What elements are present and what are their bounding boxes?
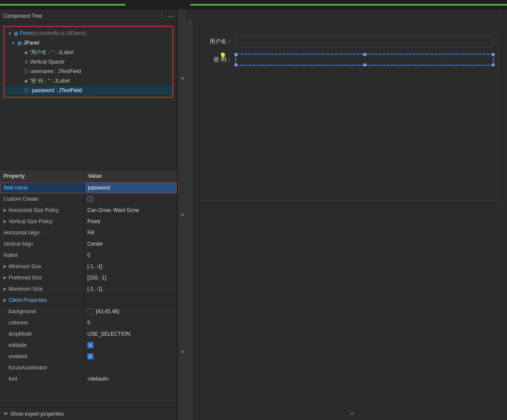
prop-name-editable: editable — [0, 340, 85, 350]
component-tree-title: Component Tree — [3, 13, 42, 19]
prop-name-field-name: field name — [0, 183, 85, 193]
username-label: username : JTextField — [30, 68, 81, 74]
scroll-left-arrow[interactable]: ↔ — [190, 12, 195, 17]
jpanel-label: JPanel — [23, 40, 39, 46]
prop-row-indent[interactable]: Indent 0 — [0, 250, 177, 261]
spacer-icon: ⇕ — [24, 59, 28, 65]
prop-row-preferred-size[interactable]: ▶ Preferred Size [150, -1] — [0, 272, 177, 283]
prop-name-maximum-size: ▶ Maximum Size — [0, 283, 85, 294]
form-class: (cn.butterfly.ui.UIDemo) — [32, 30, 86, 36]
prop-value-maximum-size: [-1, -1] — [85, 283, 177, 294]
prop-row-horizontal-size[interactable]: ▶ Horizontal Size Policy Can Grow, Want … — [0, 205, 177, 216]
tree-item-spacer[interactable]: ▶ ⇕ Vertical Spacer — [4, 57, 172, 67]
handle-bm — [364, 64, 366, 66]
lightbulb-icon: 💡 — [219, 52, 226, 59]
enabled-checkbox[interactable]: ✓ — [87, 353, 93, 359]
progress-bar-right — [190, 4, 507, 6]
form-preview: 用户名： 密 码： 💡 — [201, 28, 498, 201]
property-col-header: Property — [0, 173, 85, 179]
prop-row-vertical-size[interactable]: ▶ Vertical Size Policy Fixed — [0, 216, 177, 227]
spacer-label: Vertical Spacer — [30, 59, 65, 65]
background-color-swatch[interactable] — [87, 308, 93, 314]
tree-menu-icon[interactable]: ⋮ — [159, 13, 165, 19]
prop-row-focus-accelerator[interactable]: focusAccelerator — [0, 362, 177, 373]
prop-name-dropmode: dropMode — [0, 328, 85, 339]
prop-value-vertical-size: Fixed — [85, 216, 177, 227]
vertical-scroll-band: ↑ ↓ — [186, 19, 193, 420]
scroll-down-arrow[interactable]: ◀ — [180, 349, 184, 354]
prop-row-vertical-align[interactable]: Vertical Align Center — [0, 238, 177, 250]
tree-item-label1[interactable]: ▶ ◈ "用户名：" : JLabel — [4, 48, 172, 57]
prop-row-horizontal-align[interactable]: Horizontal Align Fill — [0, 227, 177, 238]
form-icon: ▦ — [14, 31, 18, 36]
prop-row-minimum-size[interactable]: ▶ Minimum Size [-1, -1] — [0, 261, 177, 272]
prop-value-focus-accelerator — [85, 362, 177, 373]
handle-tm — [364, 53, 366, 56]
prop-value-background: [43,45,48] — [85, 306, 177, 317]
password-form-label-area: 密 码： 💡 — [206, 56, 232, 64]
label2-label: "密 码：" : JLabel — [29, 77, 70, 85]
prop-name-font: font — [0, 373, 85, 384]
prop-name-vertical-size: ▶ Vertical Size Policy — [0, 216, 85, 227]
prop-name-background: background — [0, 306, 85, 317]
prop-row-editable[interactable]: editable ✓ — [0, 340, 177, 351]
show-expert-row[interactable]: Show expert properties — [0, 407, 177, 420]
tree-item-username[interactable]: ▶ ☐ username : JTextField — [4, 67, 172, 76]
prop-value-horizontal-align: Fill — [85, 227, 177, 238]
left-panel: Component Tree ⋮ — ▼ ▦ Form (cn.butterfl… — [0, 10, 177, 420]
tree-item-password[interactable]: ▶ ☐ password : JTextField — [4, 86, 172, 95]
prop-value-client-props — [85, 295, 177, 305]
tree-item-jpanel[interactable]: ▼ ▦ JPanel — [4, 38, 172, 48]
properties-header: Property Value — [0, 170, 177, 182]
prop-name-custom-create: Custom Create — [0, 193, 85, 204]
prop-row-maximum-size[interactable]: ▶ Maximum Size [-1, -1] — [0, 283, 177, 295]
expand-icon-form: ▼ — [8, 31, 12, 36]
prop-value-dropmode: USE_SELECTION — [85, 328, 177, 339]
prop-value-preferred-size: [150, -1] — [85, 272, 177, 283]
canvas-wrapper: ↑ ↓ 用户名： 密 码： � — [186, 19, 507, 420]
tree-item-label2[interactable]: ▶ ◈ "密 码：" : JLabel — [4, 76, 172, 86]
handle-br — [492, 64, 494, 66]
scroll-up-arrow[interactable]: ◀ — [180, 75, 184, 81]
prop-row-client-props[interactable]: ▶ Client Properties — [0, 295, 177, 306]
properties-area: Property Value field name password Custo… — [0, 170, 177, 407]
scroll-right-arrow[interactable]: ↔ — [498, 12, 503, 17]
progress-bar-left — [0, 4, 125, 6]
prop-name-focus-accelerator: focusAccelerator — [0, 362, 85, 373]
prop-name-vertical-align: Vertical Align — [0, 238, 85, 249]
scroll-mid-arrow[interactable]: ◀ — [180, 212, 184, 218]
form-label: Form — [20, 30, 32, 36]
tree-header: Component Tree ⋮ — — [0, 10, 177, 22]
password-form-input[interactable] — [236, 54, 494, 65]
prop-name-horizontal-size: ▶ Horizontal Size Policy — [0, 205, 85, 215]
prop-row-field-name[interactable]: field name password — [0, 182, 177, 193]
prop-row-font[interactable]: font <default> — [0, 373, 177, 385]
prop-row-enabled[interactable]: enabled ✓ — [0, 351, 177, 362]
value-col-header: Value — [85, 173, 105, 179]
prop-value-editable: ✓ — [85, 340, 177, 350]
prop-value-custom-create — [85, 193, 177, 204]
username-form-input[interactable] — [236, 36, 494, 47]
prop-value-columns: 0 — [85, 317, 177, 328]
prop-row-background[interactable]: background [43,45,48] — [0, 306, 177, 317]
tree-item-form[interactable]: ▼ ▦ Form (cn.butterfly.ui.UIDemo) — [4, 29, 172, 38]
editable-checkbox[interactable]: ✓ — [87, 342, 93, 348]
right-panel: ↔ ↔ ↑ ↓ 用户名： — [186, 10, 507, 420]
label1-icon: ◈ — [24, 50, 28, 55]
prop-row-dropmode[interactable]: dropMode USE_SELECTION — [0, 328, 177, 340]
password-label: password : JTextField — [30, 87, 83, 94]
prop-row-columns[interactable]: columns 0 — [0, 317, 177, 328]
custom-create-checkbox[interactable] — [87, 196, 93, 202]
expand-icon-jpanel: ▼ — [11, 41, 16, 45]
prop-name-indent: Indent — [0, 250, 85, 260]
label1-label: "用户名：" : JLabel — [29, 49, 73, 56]
tree-area: ▼ ▦ Form (cn.butterfly.ui.UIDemo) ▼ ▦ JP… — [0, 22, 177, 170]
tree-header-actions: ⋮ — — [159, 13, 173, 19]
show-expert-triangle-icon — [3, 413, 8, 415]
prop-value-field-name[interactable]: password — [85, 183, 176, 193]
tree-close-icon[interactable]: — — [167, 13, 173, 19]
scroll-top-arrow[interactable]: ↑ — [188, 21, 191, 26]
prop-row-custom-create[interactable]: Custom Create — [0, 193, 177, 205]
handle-bl — [235, 64, 237, 66]
scroll-bot-arrow[interactable]: ↓ — [188, 414, 191, 418]
